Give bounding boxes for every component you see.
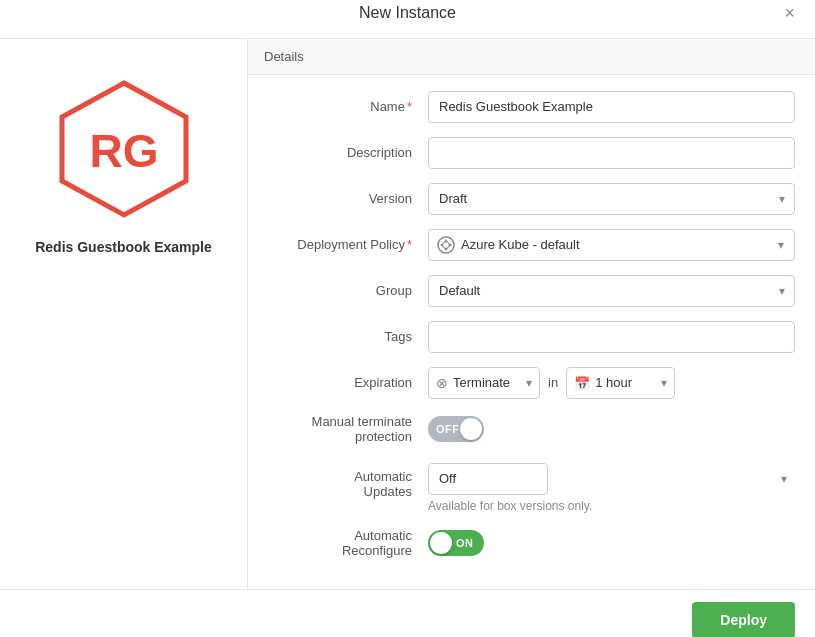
modal-body: RG Redis Guestbook Example Details Name*: [0, 39, 815, 589]
modal-overlay: New Instance × RG Redis Guestbook Exampl…: [0, 0, 815, 637]
auto-updates-select-wrapper: Off On: [428, 463, 795, 495]
version-label: Version: [268, 191, 428, 206]
manual-terminate-toggle-wrapper: OFF: [428, 416, 484, 442]
auto-reconfigure-label: Automatic Reconfigure: [268, 528, 428, 558]
name-required: *: [407, 99, 412, 114]
tags-row: Tags: [268, 321, 795, 353]
auto-updates-col: Off On Available for box versions only.: [428, 463, 795, 513]
modal-footer: Deploy: [0, 589, 815, 638]
close-button[interactable]: ×: [780, 0, 799, 26]
description-row: Description: [268, 137, 795, 169]
auto-reconfigure-toggle-knob: [430, 532, 452, 554]
auto-updates-note: Available for box versions only.: [428, 499, 795, 513]
manual-terminate-toggle[interactable]: OFF: [428, 416, 484, 442]
name-label: Name*: [268, 99, 428, 114]
auto-reconfigure-toggle-label: ON: [456, 537, 474, 549]
auto-reconfigure-toggle[interactable]: ON: [428, 530, 484, 556]
group-row: Group Default: [268, 275, 795, 307]
version-select-wrapper: Draft: [428, 183, 795, 215]
deployment-policy-label: Deployment Policy*: [268, 237, 428, 252]
tags-label: Tags: [268, 329, 428, 344]
deploy-button[interactable]: Deploy: [692, 602, 795, 638]
version-select[interactable]: Draft: [428, 183, 795, 215]
in-label: in: [548, 375, 558, 390]
deployment-policy-select-wrapper: Azure Kube - default: [428, 229, 795, 261]
deployment-policy-row: Deployment Policy*: [268, 229, 795, 261]
auto-updates-label: Automatic Updates: [268, 463, 428, 499]
name-row: Name*: [268, 91, 795, 123]
group-select-wrapper: Default: [428, 275, 795, 307]
app-logo-hexagon: RG: [54, 79, 194, 219]
modal-title: New Instance: [359, 4, 456, 22]
deployment-policy-select[interactable]: Azure Kube - default: [455, 230, 794, 260]
kube-icon: [437, 236, 455, 254]
expiration-label: Expiration: [268, 375, 428, 390]
expiration-action-wrapper: ⊗ Terminate Stop: [428, 367, 540, 399]
form-area: Name* Description Version: [248, 75, 815, 589]
group-label: Group: [268, 283, 428, 298]
modal-header: New Instance ×: [0, 0, 815, 39]
auto-updates-select[interactable]: Off On: [428, 463, 548, 495]
svg-marker-5: [440, 242, 445, 248]
description-input[interactable]: [428, 137, 795, 169]
expiration-time-select[interactable]: 1 hour 2 hours 4 hours 8 hours 24 hours: [566, 367, 675, 399]
expiration-time-wrapper: 📅 1 hour 2 hours 4 hours 8 hours 24 hour…: [566, 367, 675, 399]
expiration-action-select[interactable]: Terminate Stop: [428, 367, 540, 399]
name-input[interactable]: [428, 91, 795, 123]
sidebar-app-name: Redis Guestbook Example: [35, 239, 212, 255]
app-logo-wrapper: RG: [54, 79, 194, 219]
manual-terminate-toggle-label: OFF: [436, 423, 460, 435]
svg-text:RG: RG: [89, 125, 158, 177]
manual-terminate-row: Manual terminate protection OFF: [268, 413, 795, 445]
new-instance-modal: New Instance × RG Redis Guestbook Exampl…: [0, 0, 815, 637]
hexagon-svg: RG: [54, 79, 194, 219]
auto-reconfigure-toggle-wrapper: ON: [428, 530, 484, 556]
content-area: Details Name* Description: [248, 39, 815, 589]
expiration-controls: ⊗ Terminate Stop in 📅 1 hour: [428, 367, 795, 399]
expiration-row: Expiration ⊗ Terminate Stop in: [268, 367, 795, 399]
section-details-header: Details: [248, 39, 815, 75]
auto-reconfigure-row: Automatic Reconfigure ON: [268, 527, 795, 559]
manual-terminate-label: Manual terminate protection: [268, 414, 428, 444]
version-row: Version Draft: [268, 183, 795, 215]
tags-input[interactable]: [428, 321, 795, 353]
auto-updates-row: Automatic Updates Off On Available for b…: [268, 459, 795, 513]
description-label: Description: [268, 145, 428, 160]
deployment-required: *: [407, 237, 412, 252]
group-select[interactable]: Default: [428, 275, 795, 307]
manual-terminate-toggle-knob: [460, 418, 482, 440]
sidebar: RG Redis Guestbook Example: [0, 39, 248, 589]
svg-marker-6: [448, 242, 453, 248]
